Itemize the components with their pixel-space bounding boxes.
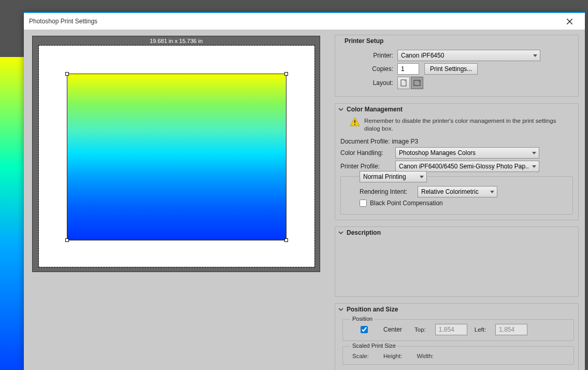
print-mode-select[interactable]: Normal Printing <box>360 171 427 182</box>
scaled-size-box: Scaled Print Size Scale: Height: Width: <box>342 346 574 365</box>
artwork[interactable] <box>67 74 286 240</box>
resize-handle-bl[interactable] <box>65 238 69 242</box>
print-settings-button[interactable]: Print Settings... <box>424 63 478 75</box>
copies-label: Copies: <box>350 65 397 73</box>
scale-label: Scale: <box>352 353 369 359</box>
position-box: Position Center Top: Left: <box>342 319 574 341</box>
height-label: Height: <box>383 353 402 359</box>
preview-box: 19.681 in x 15.736 in <box>32 36 320 272</box>
svg-rect-4 <box>354 120 355 123</box>
chevron-down-icon <box>338 107 343 112</box>
scaled-legend: Scaled Print Size <box>350 343 398 349</box>
position-size-header[interactable]: Position and Size <box>335 304 578 316</box>
color-management-header[interactable]: Color Management <box>335 104 578 116</box>
paper <box>39 46 314 267</box>
background-gradient <box>0 57 25 370</box>
layout-portrait-button[interactable] <box>397 77 410 89</box>
position-legend: Position <box>350 316 375 322</box>
close-button[interactable] <box>559 13 580 30</box>
center-label: Center <box>383 326 402 333</box>
settings-column: Printer Setup Printer: Canon iPF6450 Cop… <box>329 30 585 370</box>
rendering-intent-select[interactable]: Relative Colorimetric <box>418 186 497 197</box>
close-icon <box>567 19 572 24</box>
color-handling-select[interactable]: Photoshop Manages Colors <box>395 147 539 159</box>
width-label: Width: <box>417 353 434 359</box>
print-settings-dialog: Photoshop Print Settings 19.681 in x 15.… <box>24 12 585 370</box>
color-management-panel: Color Management Remember to disable the… <box>335 103 579 220</box>
chevron-down-icon <box>338 307 343 312</box>
document-profile-label: Document Profile: <box>340 138 390 145</box>
warning-icon <box>350 117 360 133</box>
left-input[interactable] <box>495 324 527 335</box>
description-body <box>335 239 578 296</box>
description-panel: Description <box>335 226 579 297</box>
color-handling-label: Color Handling: <box>340 149 395 156</box>
dialog-title: Photoshop Print Settings <box>29 18 97 25</box>
copies-input[interactable] <box>397 63 419 75</box>
black-point-label: Black Point Compensation <box>370 200 443 207</box>
rendering-intent-label: Rendering Intent: <box>360 188 418 195</box>
printer-select[interactable]: Canon iPF6450 <box>397 50 540 61</box>
printer-setup-header[interactable]: Printer Setup <box>335 35 578 48</box>
printer-setup-panel: Printer Setup Printer: Canon iPF6450 Cop… <box>335 35 579 97</box>
titlebar: Photoshop Print Settings <box>24 13 585 30</box>
center-checkbox[interactable]: Center <box>348 326 402 333</box>
resize-handle-tr[interactable] <box>284 72 288 76</box>
description-header[interactable]: Description <box>335 227 578 239</box>
description-title: Description <box>347 229 381 236</box>
printer-label: Printer: <box>350 52 397 59</box>
top-input[interactable] <box>435 324 467 335</box>
resize-handle-tl[interactable] <box>65 72 69 76</box>
resize-handle-br[interactable] <box>284 238 288 242</box>
layout-label: Layout: <box>350 79 397 87</box>
top-label: Top: <box>414 326 426 333</box>
position-size-panel: Position and Size Position Center Top: L <box>335 303 579 370</box>
rendering-subbox: Normal Printing Rendering Intent: Relati… <box>340 176 573 215</box>
printer-profile-label: Printer Profile: <box>340 163 395 170</box>
preview-dimensions: 19.681 in x 15.736 in <box>33 38 320 44</box>
left-label: Left: <box>475 326 486 333</box>
layout-landscape-button[interactable] <box>411 77 423 89</box>
chevron-down-icon <box>338 230 343 235</box>
black-point-input[interactable] <box>360 200 367 207</box>
landscape-icon <box>413 80 421 86</box>
black-point-checkbox[interactable]: Black Point Compensation <box>360 200 443 207</box>
svg-rect-5 <box>354 124 355 125</box>
printer-setup-title: Printer Setup <box>345 37 383 45</box>
warning-text: Remember to disable the printer's color … <box>364 117 573 133</box>
color-management-title: Color Management <box>347 106 403 113</box>
printer-profile-select[interactable]: Canon iPF6400/6450 Semi-Glossy Photo Pap… <box>395 161 539 172</box>
document-profile-value: image P3 <box>392 138 418 145</box>
center-input[interactable] <box>348 326 380 333</box>
portrait-icon <box>400 79 407 87</box>
position-size-title: Position and Size <box>347 306 398 313</box>
preview-column: 19.681 in x 15.736 in <box>24 30 329 370</box>
